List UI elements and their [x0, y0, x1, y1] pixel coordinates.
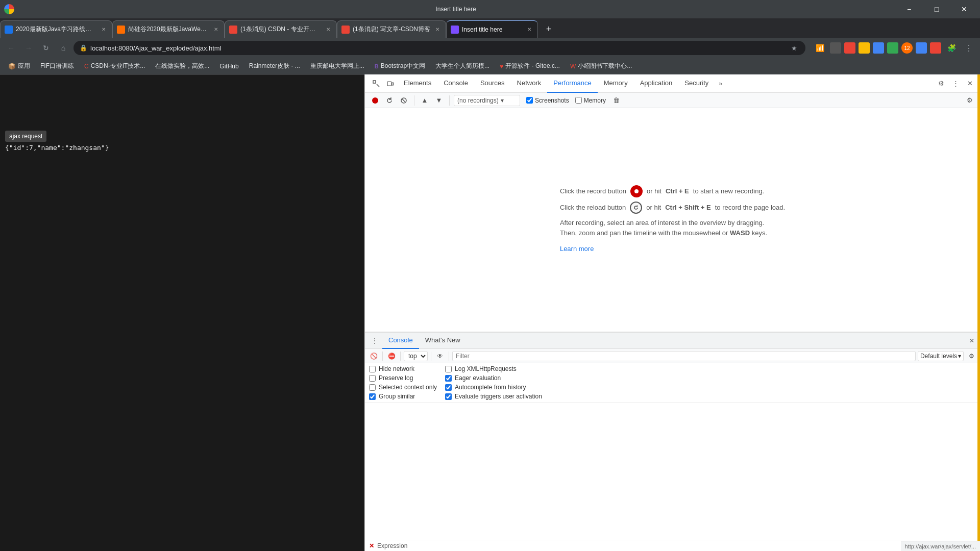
filter-input[interactable] [452, 351, 916, 361]
preserve-log-checkbox[interactable] [369, 375, 376, 382]
record-instruction-text3: to start a new recording. [693, 185, 764, 197]
bookmark-csdn[interactable]: C CSDN-专业IT技术... [80, 60, 149, 72]
recordings-dropdown[interactable]: (no recordings) ▾ [454, 95, 520, 106]
tab-console-bottom[interactable]: Console [382, 333, 419, 349]
minimize-button[interactable]: − [897, 0, 921, 18]
tab-performance[interactable]: Performance [547, 74, 597, 93]
evaluate-triggers-option[interactable]: Evaluate triggers user activation [445, 393, 542, 400]
bookmark-apps[interactable]: 📦 应用 [4, 60, 34, 72]
evaluate-triggers-checkbox[interactable] [445, 393, 452, 400]
tab-title-1: 2020最新版Java学习路线图 - 萌... [16, 25, 96, 34]
tab-sources[interactable]: Sources [474, 74, 511, 93]
extensions-button[interactable]: 🧩 [944, 41, 959, 55]
reload-button[interactable]: ↻ [39, 41, 53, 55]
bookmark-lab[interactable]: 在线做实验，高效... [151, 60, 213, 72]
console-filter-icon[interactable]: ⛔ [386, 350, 397, 362]
extension-icon-1[interactable] [830, 42, 841, 54]
tab-console[interactable]: Console [437, 74, 474, 93]
learn-more-link[interactable]: Learn more [560, 245, 594, 253]
extension-icon-5[interactable] [887, 42, 898, 54]
tab-csdn2[interactable]: (1条消息) 写文章-CSDN博客 ✕ [337, 20, 446, 38]
devtools-device-icon[interactable] [383, 77, 398, 91]
tab-application-label: Application [640, 79, 673, 87]
tab-csdn1[interactable]: (1条消息) CSDN - 专业开发者社... ✕ [225, 20, 337, 38]
devtools-close-icon[interactable]: ✕ [964, 78, 976, 90]
save-button[interactable]: ▼ [433, 94, 445, 107]
extension-icon-8[interactable] [930, 42, 941, 54]
expression-close-icon[interactable]: ✕ [369, 542, 374, 549]
tab-application[interactable]: Application [634, 74, 679, 93]
screenshots-label: Screenshots [535, 97, 569, 104]
ajax-label: ajax request [5, 131, 46, 142]
tab-close-2[interactable]: ✕ [212, 26, 220, 34]
tab-security[interactable]: Security [678, 74, 715, 93]
bookmark-rainmeter[interactable]: Rainmeter皮肤 - ... [245, 60, 304, 72]
console-clear-icon[interactable]: 🚫 [368, 350, 379, 362]
tab-insert-title[interactable]: Insert title here ✕ [446, 20, 538, 38]
extension-icon-4[interactable] [873, 42, 884, 54]
eye-icon[interactable]: 👁 [434, 350, 446, 362]
tab-whats-new[interactable]: What's New [419, 333, 467, 349]
devtools-inspect-icon[interactable] [369, 77, 383, 91]
tab-memory-label: Memory [604, 79, 628, 87]
context-select[interactable]: top [404, 351, 428, 361]
bookmark-github[interactable]: GitHub [215, 60, 242, 72]
extension-icon-7[interactable] [916, 42, 927, 54]
group-similar-checkbox[interactable] [369, 393, 376, 400]
back-button[interactable]: ← [4, 41, 18, 55]
close-button[interactable]: ✕ [952, 0, 976, 18]
menu-button[interactable]: ⋮ [962, 41, 976, 55]
console-close-button[interactable]: ✕ [966, 335, 978, 347]
selected-context-option[interactable]: Selected context only [369, 384, 437, 391]
preserve-log-option[interactable]: Preserve log [369, 374, 437, 382]
hide-network-option[interactable]: Hide network [369, 365, 437, 372]
tab-close-5[interactable]: ✕ [525, 26, 533, 34]
devtools-more-tabs[interactable]: » [715, 74, 726, 93]
record-button[interactable] [369, 94, 381, 107]
tab-java-learning[interactable]: 2020最新版Java学习路线图 - 萌... ✕ [0, 20, 112, 38]
default-levels-dropdown[interactable]: Default levels ▾ [918, 351, 964, 361]
bookmark-gitee[interactable]: ♥ 开源软件 - Gitee.c... [496, 60, 564, 72]
star-icon[interactable]: ★ [789, 43, 799, 53]
tab-memory[interactable]: Memory [598, 74, 634, 93]
devtools-more-icon[interactable]: ⋮ [949, 78, 962, 90]
home-button[interactable]: ⌂ [56, 41, 70, 55]
hide-network-checkbox[interactable] [369, 366, 376, 372]
log-xmlhttp-option[interactable]: Log XMLHttpRequests [445, 365, 542, 372]
autocomplete-checkbox[interactable] [445, 384, 452, 391]
log-xmlhttp-checkbox[interactable] [445, 366, 452, 372]
bookmark-fif[interactable]: FIF口语训练 [36, 60, 78, 72]
selected-context-checkbox[interactable] [369, 384, 376, 391]
extension-icon-2[interactable] [844, 42, 855, 54]
tab-close-4[interactable]: ✕ [433, 26, 442, 34]
new-tab-button[interactable]: + [540, 20, 557, 38]
tab-close-1[interactable]: ✕ [100, 26, 108, 34]
extension-icon-3[interactable] [859, 42, 870, 54]
tab-close-3[interactable]: ✕ [324, 26, 332, 34]
bookmark-resume[interactable]: 大学生个人简历模... [431, 60, 494, 72]
memory-checkbox[interactable] [575, 97, 582, 104]
bookmark-cqupt[interactable]: 重庆邮电大学网上... [306, 60, 369, 72]
eager-evaluation-checkbox[interactable] [445, 375, 452, 382]
extension-icon-6[interactable]: 12 [901, 42, 913, 54]
capture-settings-button[interactable]: ⚙ [964, 94, 976, 107]
clear-button[interactable] [398, 94, 410, 107]
address-input-container[interactable]: 🔒 localhost:8080/Ajax_war_exploded/ajax.… [74, 41, 805, 55]
delete-button[interactable]: 🗑 [610, 94, 622, 107]
upload-button[interactable]: ▲ [419, 94, 431, 107]
console-menu-icon[interactable]: ⋮ [369, 335, 380, 346]
tab-elements[interactable]: Elements [398, 74, 437, 93]
devtools-settings-icon[interactable]: ⚙ [935, 78, 947, 90]
eager-evaluation-option[interactable]: Eager evaluation [445, 374, 542, 382]
tab-network[interactable]: Network [511, 74, 548, 93]
autocomplete-option[interactable]: Autocomplete from history [445, 384, 542, 391]
maximize-button[interactable]: □ [925, 0, 948, 18]
screenshots-checkbox[interactable] [526, 97, 533, 104]
console-settings-icon[interactable]: ⚙ [966, 350, 977, 362]
bookmark-bootstrap[interactable]: B Bootstrap中文网 [371, 60, 429, 72]
reload-record-button[interactable] [383, 94, 396, 107]
forward-button[interactable]: → [21, 41, 36, 55]
group-similar-option[interactable]: Group similar [369, 393, 437, 400]
tab-javaweb[interactable]: 尚硅谷2020最新版JavaWeb全T... ✕ [112, 20, 225, 38]
bookmark-books[interactable]: W 小绍图书下载中心... [566, 60, 636, 72]
